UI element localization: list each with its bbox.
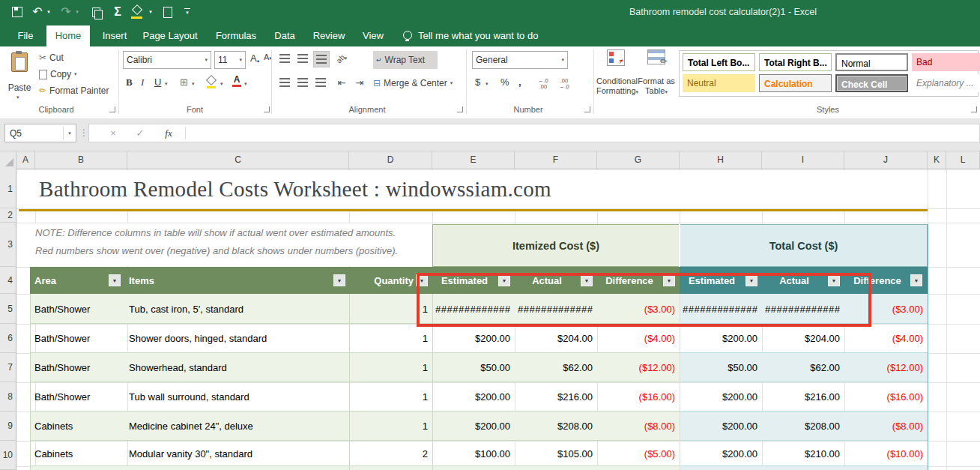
- cancel-button[interactable]: ×: [106, 124, 121, 142]
- tab-view[interactable]: View: [355, 25, 391, 46]
- cell-t-est[interactable]: $200.00: [683, 441, 757, 466]
- cell-i-act[interactable]: $204.00: [518, 324, 593, 353]
- cell-item[interactable]: Shower doors, hinged, standard: [129, 324, 345, 353]
- formula-input[interactable]: [190, 124, 976, 142]
- dialog-launcher-icon[interactable]: [109, 106, 115, 112]
- itemized-cost-header[interactable]: Itemized Cost ($): [432, 224, 680, 267]
- cell-i-est[interactable]: $50.00: [435, 353, 510, 382]
- column-header-E[interactable]: E: [432, 151, 515, 169]
- accounting-format-button[interactable]: $: [475, 76, 480, 88]
- cell-qty[interactable]: 1: [351, 353, 428, 382]
- cell-i-diff[interactable]: ($8.00): [597, 412, 675, 441]
- italic-button[interactable]: I: [141, 76, 144, 88]
- column-header-B[interactable]: B: [35, 151, 127, 169]
- cell-i-act[interactable]: $105.00: [518, 441, 593, 466]
- cell-item[interactable]: Tub, cast iron, 5', standard: [129, 294, 345, 324]
- align-center-button[interactable]: [295, 75, 310, 90]
- dialog-launcher-icon[interactable]: [264, 106, 270, 112]
- cell-t-act[interactable]: $62.00: [765, 353, 840, 382]
- cell-area[interactable]: Bath/Shower: [34, 294, 124, 324]
- cell-i-est[interactable]: $200.00: [435, 382, 510, 412]
- cell-t-act[interactable]: $216.00: [765, 382, 840, 412]
- accounting-format-dropdown[interactable]: ▾: [486, 81, 489, 87]
- column-header-F[interactable]: F: [515, 151, 597, 169]
- fill-color-button[interactable]: [207, 76, 216, 88]
- decrease-decimal-button[interactable]: .00 →.0: [559, 78, 569, 90]
- increase-font-size-button[interactable]: A▴: [250, 52, 259, 64]
- dialog-launcher-icon[interactable]: [971, 106, 977, 112]
- bottom-align-button[interactable]: [313, 51, 330, 67]
- cell-area[interactable]: Bath/Shower: [34, 382, 124, 412]
- cell-area[interactable]: Cabinets: [34, 441, 124, 466]
- filter-button[interactable]: ▼: [333, 274, 345, 286]
- orientation-button[interactable]: ab ▾: [334, 51, 349, 66]
- cell-t-diff[interactable]: ($12.00): [844, 353, 923, 382]
- dialog-launcher-icon[interactable]: [457, 106, 463, 112]
- tab-page-layout[interactable]: Page Layout: [138, 25, 202, 46]
- note-line-1[interactable]: NOTE: Difference columns in table will s…: [35, 226, 396, 240]
- top-align-button[interactable]: [277, 51, 292, 66]
- cut-button[interactable]: ✂ Cut: [39, 52, 64, 63]
- column-header-H[interactable]: H: [680, 151, 762, 169]
- insert-function-button[interactable]: fx: [161, 124, 176, 142]
- select-all-corner[interactable]: [0, 151, 16, 169]
- style-neutral[interactable]: Neutral: [683, 74, 755, 92]
- cell-area[interactable]: Cabinets: [34, 412, 124, 441]
- autosum-button[interactable]: Σ: [109, 3, 126, 21]
- format-as-table-button[interactable]: ✏ Format as Table▾: [637, 49, 676, 106]
- cell-qty[interactable]: 1: [351, 324, 428, 353]
- redo-button[interactable]: ↷: [58, 3, 73, 21]
- cell-i-est[interactable]: $100.00: [435, 441, 510, 466]
- style-normal[interactable]: Normal: [835, 53, 908, 71]
- cell-qty[interactable]: 1: [351, 382, 428, 412]
- fill-color-dropdown-qat[interactable]: ▾: [147, 3, 154, 21]
- increase-indent-button[interactable]: ⇥: [352, 75, 367, 90]
- cell-t-diff[interactable]: ($16.00): [844, 382, 923, 412]
- column-header-G[interactable]: G: [597, 151, 680, 169]
- cell-t-act[interactable]: $208.00: [765, 412, 840, 441]
- font-color-button[interactable]: A: [232, 75, 241, 87]
- cell-i-act[interactable]: $62.00: [518, 353, 593, 382]
- note-line-2[interactable]: Red numbers show went over (negative) an…: [35, 244, 398, 258]
- number-format-select[interactable]: General ▾: [472, 51, 568, 69]
- cell-t-est[interactable]: $200.00: [683, 324, 757, 353]
- save-button[interactable]: [9, 3, 25, 21]
- new-document-button[interactable]: [160, 3, 175, 21]
- cell-area[interactable]: Bath/Shower: [34, 324, 124, 353]
- borders-button[interactable]: ⊞: [180, 76, 188, 88]
- font-color-dropdown[interactable]: ▾: [244, 81, 247, 87]
- copy-button[interactable]: Copy ▾: [39, 69, 77, 79]
- middle-align-button[interactable]: [295, 51, 310, 66]
- cell-item[interactable]: Medicine cabinet 24", deluxe: [129, 412, 345, 441]
- header-area[interactable]: Area: [34, 267, 106, 294]
- cell-item[interactable]: Modular vanity 30", standard: [129, 441, 345, 466]
- undo-button[interactable]: ↶: [30, 3, 45, 21]
- cell-t-est[interactable]: $200.00: [683, 412, 757, 441]
- cell-i-act[interactable]: $208.00: [518, 412, 593, 441]
- header-quantity[interactable]: Quantity: [345, 267, 414, 294]
- cell-t-act[interactable]: $210.00: [765, 441, 840, 466]
- cell-t-diff[interactable]: ($4.00): [844, 324, 923, 353]
- cell-qty[interactable]: 2: [351, 441, 428, 466]
- copy-button-qat[interactable]: [87, 3, 105, 21]
- name-box[interactable]: Q5 ▾: [4, 124, 76, 142]
- row-header-3[interactable]: 3: [0, 223, 16, 267]
- cell-t-est[interactable]: $50.00: [683, 353, 757, 382]
- enter-button[interactable]: ✓: [133, 124, 148, 142]
- conditional-formatting-button[interactable]: ≠ Conditional Formatting▾: [596, 49, 635, 106]
- tell-me-box[interactable]: Tell me what you want to do: [418, 25, 538, 46]
- style-check-cell[interactable]: Check Cell: [835, 74, 908, 92]
- column-header-A[interactable]: A: [16, 151, 35, 169]
- cell-i-diff[interactable]: ($12.00): [597, 353, 675, 382]
- style-calculation[interactable]: Calculation: [759, 74, 832, 92]
- style-total-right-border[interactable]: Total Right B...: [759, 53, 832, 71]
- column-header-K[interactable]: K: [928, 151, 946, 169]
- underline-button[interactable]: U: [154, 76, 161, 88]
- cell-item[interactable]: Tub wall surround, standard: [129, 382, 345, 412]
- merge-center-button[interactable]: ⊟ Merge & Center ▾: [373, 75, 462, 91]
- dialog-launcher-icon[interactable]: [584, 106, 590, 112]
- cell-i-est[interactable]: $200.00: [435, 324, 510, 353]
- percent-style-button[interactable]: %: [500, 76, 509, 88]
- cell-item[interactable]: Showerhead, standard: [129, 353, 345, 382]
- undo-dropdown[interactable]: ▾: [45, 3, 52, 21]
